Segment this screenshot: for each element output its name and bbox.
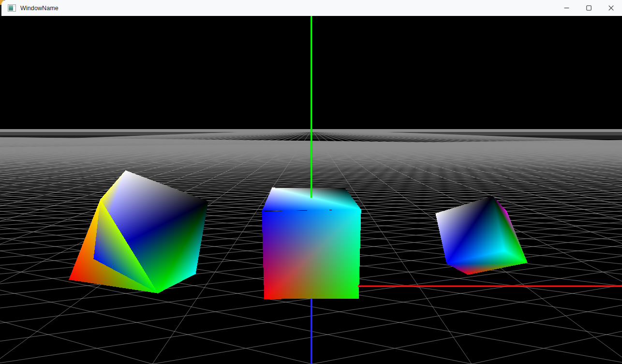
titlebar[interactable]: WindowName (1, 0, 622, 16)
window-title: WindowName (20, 5, 59, 12)
minimize-button[interactable] (555, 0, 578, 16)
window-controls (555, 0, 622, 16)
screen: WindowName (0, 0, 622, 364)
viewport-canvas[interactable] (0, 16, 622, 364)
app-window-icon (8, 4, 16, 12)
maximize-icon (586, 5, 592, 11)
maximize-button[interactable] (578, 0, 600, 16)
minimize-icon (564, 5, 569, 11)
close-icon (608, 5, 614, 11)
gl-viewport (0, 16, 622, 364)
close-button[interactable] (600, 0, 622, 16)
app-window: WindowName (0, 0, 622, 364)
